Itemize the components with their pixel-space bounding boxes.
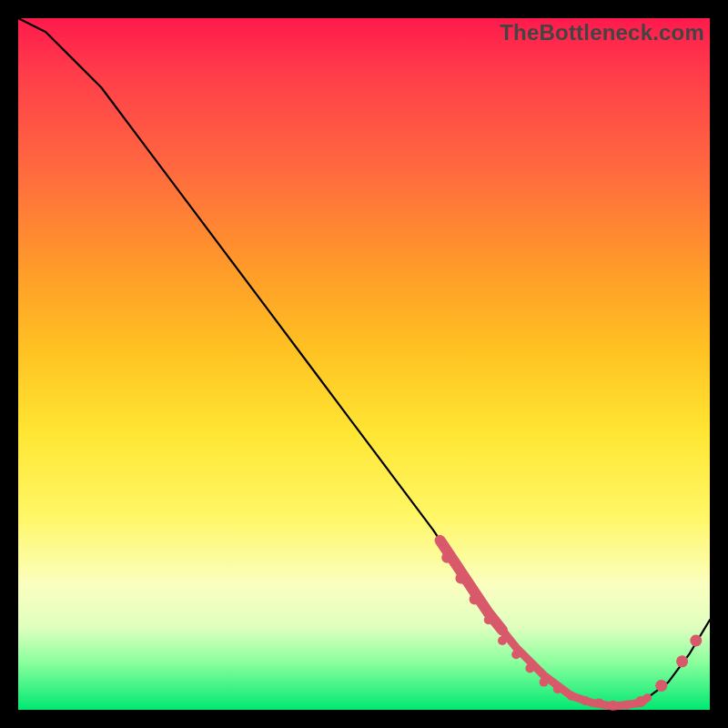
marker-dot <box>690 635 702 647</box>
marker-dot <box>470 593 480 604</box>
marker-dot <box>594 698 603 707</box>
marker-dot <box>511 650 521 659</box>
marker-dot <box>455 573 466 584</box>
marker-dot <box>540 678 549 687</box>
marker-dot <box>655 680 667 692</box>
marker-dot <box>635 696 646 707</box>
marker-dot <box>676 655 688 667</box>
marker-dots <box>441 552 702 710</box>
marker-dot <box>553 684 562 693</box>
marker-dot <box>567 692 576 701</box>
marker-dot <box>581 696 590 705</box>
marker-dot <box>484 615 493 624</box>
gradient-plot-area: TheBottleneck.com <box>18 18 710 710</box>
marker-dot <box>525 663 534 672</box>
marker-dot <box>622 701 632 710</box>
marker-dot <box>441 552 452 563</box>
marker-dot <box>609 701 618 710</box>
curve-overlay <box>18 18 710 710</box>
chart-stage: TheBottleneck.com <box>0 0 728 728</box>
bottleneck-curve <box>18 18 710 706</box>
marker-dot <box>498 636 507 645</box>
